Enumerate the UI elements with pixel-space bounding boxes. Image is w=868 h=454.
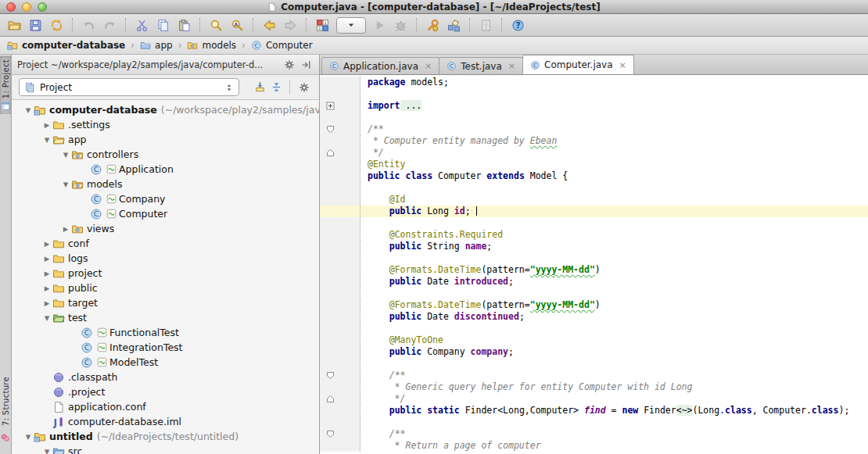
- editor-tab-Application.java[interactable]: CApplication.java×: [321, 57, 439, 74]
- redo-icon[interactable]: [99, 16, 120, 34]
- expand-chevron-icon[interactable]: ▶: [41, 270, 52, 277]
- tree-item-project[interactable]: ▶project: [12, 266, 319, 281]
- breadcrumb-computer-database[interactable]: computer-database: [5, 40, 127, 51]
- save-icon[interactable]: [25, 16, 46, 34]
- open-folder-icon[interactable]: [4, 16, 25, 34]
- fold-icon[interactable]: [320, 147, 360, 159]
- editor-tab-Computer.java[interactable]: CComputer.java×: [522, 55, 634, 74]
- code-line[interactable]: */: [320, 393, 868, 405]
- copy-icon[interactable]: [152, 16, 174, 34]
- code-line[interactable]: [320, 323, 868, 334]
- unfold-icon[interactable]: [320, 100, 360, 112]
- tree-item-IntegrationTest[interactable]: CIntegrationTest: [12, 340, 319, 355]
- tree-item-logs[interactable]: ▶logs: [12, 251, 319, 266]
- project-structure-icon[interactable]: [443, 16, 464, 34]
- tree-item-public[interactable]: ▶public: [12, 281, 319, 295]
- tree-item-computer-database.iml[interactable]: Jcomputer-database.iml: [12, 414, 319, 429]
- run-configs-icon[interactable]: 11: [312, 16, 333, 34]
- collapse-chevron-icon[interactable]: ▼: [41, 448, 52, 454]
- code-line-current[interactable]: public Long id;: [320, 206, 868, 217]
- code-line[interactable]: */: [320, 147, 868, 159]
- replace-icon[interactable]: A: [227, 16, 248, 34]
- tree-item-src[interactable]: ▼src: [12, 444, 319, 454]
- tree-item-FunctionalTest[interactable]: CFunctionalTest: [12, 325, 319, 340]
- code-line[interactable]: /**: [320, 123, 868, 135]
- expand-chevron-icon[interactable]: ▶: [60, 225, 71, 233]
- tree-item-Company[interactable]: CCompany: [12, 191, 319, 206]
- scroll-from-source-icon[interactable]: [252, 80, 268, 95]
- fold-icon[interactable]: [320, 370, 360, 381]
- cut-icon[interactable]: [131, 16, 152, 34]
- expand-chevron-icon[interactable]: ▶: [41, 284, 52, 292]
- breadcrumb-app[interactable]: app: [138, 40, 174, 51]
- collapse-chevron-icon[interactable]: ▼: [60, 181, 71, 188]
- run-configuration-combo[interactable]: [336, 17, 366, 34]
- tree-item-ModelTest[interactable]: CModelTest: [12, 355, 319, 370]
- find-icon[interactable]: [206, 16, 227, 34]
- tool-stripe-project-tab[interactable]: 1: Project: [0, 56, 11, 114]
- code-line[interactable]: @Formats.DateTime(pattern="yyyy-MM-dd"): [320, 299, 868, 311]
- code-line[interactable]: /**: [320, 370, 868, 381]
- tree-item-.project[interactable]: .project: [12, 384, 319, 399]
- panel-hide-icon[interactable]: [297, 57, 314, 73]
- panel-settings-gear-icon[interactable]: [281, 57, 297, 73]
- collapse-chevron-icon[interactable]: ▼: [60, 151, 71, 159]
- zoom-window-button[interactable]: [38, 2, 47, 12]
- tree-item-.classpath[interactable]: .classpath: [12, 370, 319, 384]
- tree-item-app[interactable]: ▼app: [12, 132, 319, 147]
- editor-tab-Test.java[interactable]: CTest.java×: [439, 57, 523, 74]
- code-line[interactable]: [320, 88, 868, 100]
- code-line[interactable]: @Formats.DateTime(pattern="yyyy-MM-dd"): [320, 264, 868, 276]
- close-tab-icon[interactable]: ×: [508, 61, 515, 71]
- code-editor[interactable]: package models;import .../** * Computer …: [320, 75, 868, 454]
- code-line[interactable]: [320, 217, 868, 229]
- code-line[interactable]: * Computer entity managed by Ebean: [320, 135, 868, 147]
- tree-item-computer-database[interactable]: ▼computer-database(~/workspace/play2/sam…: [12, 102, 319, 117]
- code-line[interactable]: [320, 288, 868, 299]
- run-icon[interactable]: [369, 16, 390, 34]
- code-line[interactable]: [320, 416, 868, 428]
- settings-wrench-icon[interactable]: [422, 16, 443, 34]
- tree-item-Application[interactable]: CApplication: [12, 162, 319, 177]
- code-line[interactable]: public class Computer extends Model {: [320, 170, 868, 182]
- close-window-button[interactable]: [6, 2, 16, 12]
- tree-item-untitled[interactable]: ▼untitled(~/IdeaProjects/test/untitled): [12, 429, 319, 444]
- breadcrumb-Computer[interactable]: CComputer: [249, 40, 314, 51]
- back-icon[interactable]: [259, 16, 280, 34]
- expand-chevron-icon[interactable]: ▶: [41, 240, 52, 248]
- code-line[interactable]: public Date discontinued;: [320, 311, 868, 323]
- tree-item-conf[interactable]: ▶conf: [12, 236, 319, 251]
- view-options-gear-icon[interactable]: [296, 80, 312, 95]
- collapse-chevron-icon[interactable]: ▼: [23, 433, 34, 441]
- code-line[interactable]: public String name;: [320, 241, 868, 252]
- code-line[interactable]: @ManyToOne: [320, 334, 868, 346]
- code-line[interactable]: package models;: [320, 77, 868, 88]
- expand-chevron-icon[interactable]: ▶: [41, 299, 52, 307]
- code-line[interactable]: /**: [320, 428, 868, 440]
- tree-item-models[interactable]: ▼models: [12, 177, 319, 191]
- code-line[interactable]: @Id: [320, 194, 868, 206]
- close-tab-icon[interactable]: ×: [619, 60, 626, 70]
- code-line[interactable]: [320, 252, 868, 264]
- project-view-selector[interactable]: Project: [19, 78, 239, 96]
- breadcrumb-models[interactable]: models: [185, 40, 238, 51]
- tree-item-.settings[interactable]: ▶.settings: [12, 117, 319, 132]
- collapse-all-icon[interactable]: [268, 80, 285, 95]
- close-tab-icon[interactable]: ×: [425, 61, 432, 71]
- code-line[interactable]: * Return a page of computer: [320, 440, 868, 452]
- code-line[interactable]: [320, 358, 868, 370]
- code-line[interactable]: * Generic query helper for entity Comput…: [320, 381, 868, 393]
- tree-item-controllers[interactable]: ▼controllers: [12, 147, 319, 162]
- tree-item-Computer[interactable]: CComputer: [12, 206, 319, 221]
- tree-item-views[interactable]: ▶views: [12, 221, 319, 236]
- fold-icon[interactable]: [320, 123, 360, 135]
- sync-icon[interactable]: [46, 16, 67, 34]
- collapse-chevron-icon[interactable]: ▼: [23, 106, 34, 114]
- undo-icon[interactable]: [78, 16, 99, 34]
- collapse-chevron-icon[interactable]: ▼: [41, 314, 52, 322]
- code-line[interactable]: [320, 112, 868, 123]
- tree-item-test[interactable]: ▼test: [12, 310, 319, 325]
- code-line[interactable]: @Entity: [320, 159, 868, 170]
- minimize-window-button[interactable]: [22, 2, 31, 12]
- code-line[interactable]: public Date introduced;: [320, 276, 868, 288]
